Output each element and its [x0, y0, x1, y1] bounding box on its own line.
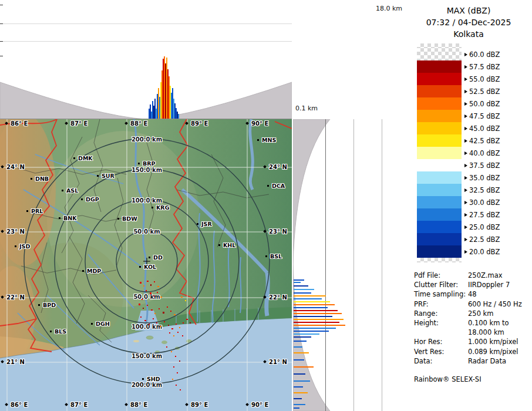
ns-profile-bar	[294, 289, 314, 290]
ns-profile-bar	[294, 333, 319, 335]
min-height-axis-label: 0.1 km	[295, 105, 318, 112]
info-value: IIRDoppler 7	[468, 280, 532, 289]
info-label: Time sampling:	[414, 289, 468, 299]
legend-arrow-icon	[464, 164, 467, 167]
ns-profile-bar	[294, 310, 338, 311]
ns-profile-bar	[294, 319, 344, 320]
ns-profile-bar	[294, 322, 339, 323]
dbz-color-swatch	[417, 184, 462, 196]
legend-arrow-icon	[464, 201, 467, 204]
ew-height-profile[interactable]	[0, 0, 292, 119]
dbz-legend-row: 25.0 dBZ	[417, 221, 523, 233]
ns-profile-bar	[294, 328, 336, 329]
dbz-legend-row: 30.0 dBZ	[417, 196, 523, 208]
dbz-legend-label: 37.5 dBZ	[469, 161, 500, 170]
legend-arrow-icon	[464, 238, 467, 241]
radar-display-window: 18.0 km 0.1 km 86° E87° E88° E89° E90° E…	[0, 0, 532, 411]
legend-arrow-icon	[464, 250, 467, 254]
dbz-legend-row: 27.5 dBZ	[417, 208, 523, 221]
info-row: Time sampling:48	[414, 289, 532, 299]
ns-profile-bar	[294, 325, 345, 326]
info-value: 600 Hz / 450 Hz	[468, 299, 532, 309]
ns-profile-bar	[294, 373, 305, 375]
dbz-legend-row: 45.0 dBZ	[417, 122, 523, 134]
ns-profile-bar	[294, 366, 314, 368]
dbz-legend-label: 40.0 dBZ	[469, 149, 500, 157]
ns-profile-bar	[294, 386, 303, 388]
info-label	[414, 328, 468, 337]
ns-profile-bar	[294, 279, 304, 281]
dbz-legend-row: 55.0 dBZ	[417, 73, 523, 85]
dbz-legend-label: 32.5 dBZ	[469, 186, 500, 194]
legend-arrow-icon	[464, 139, 467, 143]
dbz-legend-label: 25.0 dBZ	[469, 223, 500, 231]
ns-profile-bars	[293, 119, 405, 411]
ns-profile-bar	[294, 346, 302, 348]
info-label: Vert Res:	[414, 347, 468, 356]
info-row: 18.000 km	[414, 328, 532, 337]
dbz-color-swatch	[417, 110, 462, 122]
legend-arrow-icon	[464, 225, 467, 229]
dbz-color-swatch	[417, 221, 462, 233]
legend-arrow-icon	[464, 53, 467, 56]
legend-arrow-icon	[464, 176, 467, 180]
legend-panel: MAX (dBZ) 07:32 / 04-Dec-2025 Kolkata 60…	[405, 0, 532, 411]
dbz-color-swatch	[417, 171, 462, 184]
dbz-legend-label: 42.5 dBZ	[469, 137, 500, 145]
info-label: Height:	[414, 318, 468, 328]
dbz-color-swatch	[417, 159, 462, 171]
dbz-legend-row: 37.5 dBZ	[417, 159, 523, 171]
dbz-color-swatch	[417, 208, 462, 221]
info-value: 48	[468, 289, 532, 299]
dbz-color-swatch	[417, 196, 462, 208]
dbz-color-swatch	[417, 147, 462, 159]
dbz-color-swatch	[417, 233, 462, 245]
scan-datetime: 07:32 / 04-Dec-2025	[405, 16, 532, 28]
dbz-legend-row: 22.5 dBZ	[417, 233, 523, 245]
info-value: 1.000 km/pixel	[468, 337, 532, 346]
ns-profile-bar	[294, 282, 301, 283]
dbz-legend-label: 30.0 dBZ	[469, 198, 500, 207]
dbz-legend-row: 52.5 dBZ	[417, 85, 523, 97]
radar-site-name: Kolkata	[405, 28, 532, 40]
dbz-color-swatch	[417, 122, 462, 134]
colorbar-cap	[417, 43, 462, 48]
ew-profile-bar	[178, 114, 179, 119]
ns-profile-bar	[294, 336, 311, 338]
info-value: Radar Data	[468, 356, 532, 366]
dbz-legend-label: 35.0 dBZ	[469, 174, 500, 182]
dbz-color-swatch	[417, 245, 462, 258]
dbz-legend-label: 20.0 dBZ	[469, 248, 500, 256]
info-row: Pdf File:250Z.max	[414, 271, 532, 280]
dbz-legend-row: 42.5 dBZ	[417, 134, 523, 147]
dbz-legend-label: 52.5 dBZ	[469, 87, 500, 96]
ns-height-profile[interactable]	[292, 119, 405, 411]
ns-profile-bar	[294, 304, 335, 305]
dbz-legend-label: 55.0 dBZ	[469, 75, 500, 83]
ns-profile-bar	[294, 398, 302, 399]
ns-profile-bar	[294, 341, 307, 342]
max-height-axis-label: 18.0 km	[376, 5, 402, 12]
info-label: Pdf File:	[414, 271, 468, 280]
info-value: 250 km	[468, 309, 532, 318]
dbz-legend-row: 32.5 dBZ	[417, 184, 523, 196]
dbz-color-swatch	[417, 134, 462, 147]
legend-arrow-icon	[464, 127, 467, 130]
dbz-color-swatch	[417, 73, 462, 85]
dbz-legend-label: 27.5 dBZ	[469, 211, 500, 219]
info-row: Hor Res:1.000 km/pixel	[414, 337, 532, 346]
ns-profile-bar	[294, 307, 328, 308]
ns-profile-bar	[294, 298, 322, 299]
legend-arrow-icon	[464, 151, 467, 155]
info-value: 0.089 km/pixel	[468, 347, 532, 356]
radar-map[interactable]	[0, 119, 292, 411]
dbz-legend-label: 22.5 dBZ	[469, 235, 500, 244]
ns-profile-bar	[294, 380, 310, 382]
info-row: Clutter Filter:IIRDoppler 7	[414, 280, 532, 289]
product-info-list: Pdf File:250Z.maxClutter Filter:IIRDoppl…	[414, 271, 532, 366]
info-value: 250Z.max	[468, 271, 532, 280]
colorbar-cap	[417, 258, 462, 262]
info-row: Vert Res:0.089 km/pixel	[414, 347, 532, 356]
info-row: Data:Radar Data	[414, 356, 532, 366]
info-row: PRF:600 Hz / 450 Hz	[414, 299, 532, 309]
